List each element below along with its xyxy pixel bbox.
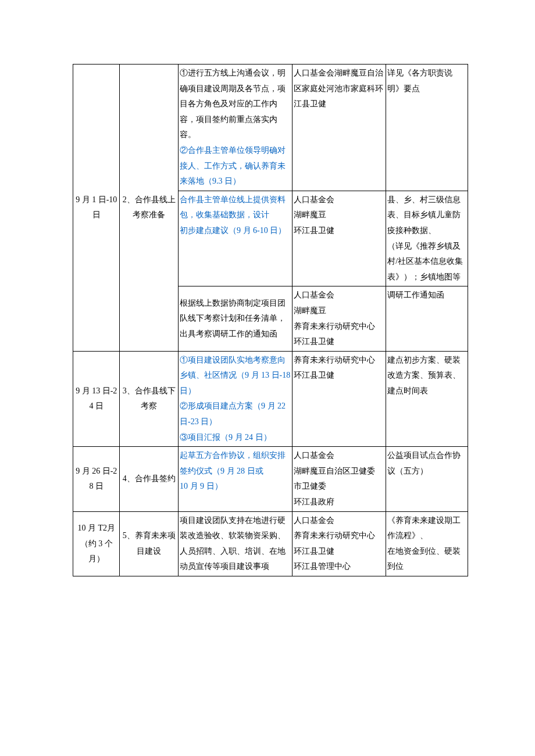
cell-task: 5、养育未来项目建设 <box>120 511 179 576</box>
cell-resp: 人口基金会湖畔魔豆自治区卫健委市卫健委环江县政府 <box>293 447 386 511</box>
cell-content: 起草五方合作协议，组织安排签约仪式（9 月 28 日或10 月 9 日） <box>179 447 293 511</box>
cell-date: 9 月 13 日-24 日 <box>73 351 120 447</box>
cell-date: 10 月 T2月（约 3 个月） <box>73 511 120 576</box>
cell-content: 根据线上数据协商制定项目团队线下考察计划和任务清单，出具考察调研工作的通知函 <box>179 286 293 351</box>
cell-resp: 人口基金会养育未来行动研究中心环江县卫健环江县管理中心 <box>293 511 386 576</box>
cell-content: ①进行五方线上沟通会议，明确项目建设周期及各节点，项目各方角色及对应的工作内容，… <box>179 65 293 191</box>
cell-task: 2、合作县线上考察准备 <box>120 65 179 352</box>
cell-resp: 养育未来行动研究中心环江县卫健 <box>293 351 386 447</box>
cell-note: 详见《各方职责说明》要点 <box>386 65 468 191</box>
cell-note: 县、乡、村三级信息表、目标乡镇儿童防疫接种数据、（详见《推荐乡镇及村/社区基本信… <box>386 191 468 286</box>
cell-date: 9 月 1 日-10 日 <box>73 65 120 352</box>
cell-date: 9 月 26 日-28 日 <box>73 447 120 511</box>
cell-content: 合作县主管单位线上提供资料包，收集基础数据，设计初步建点建议（9 月 6-10 … <box>179 191 293 286</box>
cell-note: 《养育未来建设期工作流程》、在地资金到位、硬装到位 <box>386 511 468 576</box>
table-row: 9 月 13 日-24 日 3、合作县线下考察 ①项目建设团队实地考察意向乡镇、… <box>73 351 468 447</box>
table-row: 10 月 T2月（约 3 个月） 5、养育未来项目建设 项目建设团队支持在地进行… <box>73 511 468 576</box>
cell-task: 4、合作县签约 <box>120 447 179 511</box>
schedule-table: 9 月 1 日-10 日 2、合作县线上考察准备 ①进行五方线上沟通会议，明确项… <box>73 64 468 576</box>
document-page: 9 月 1 日-10 日 2、合作县线上考察准备 ①进行五方线上沟通会议，明确项… <box>0 0 535 576</box>
cell-note: 公益项目试点合作协议（五方） <box>386 447 468 511</box>
cell-resp: 人口基金会湖畔魔豆自治区家庭处河池市家庭科环江县卫健 <box>293 65 386 191</box>
cell-task: 3、合作县线下考察 <box>120 351 179 447</box>
cell-content: ①项目建设团队实地考察意向乡镇、社区情况（9 月 13 日-18 日）②形成项目… <box>179 351 293 447</box>
table-row: 9 月 1 日-10 日 2、合作县线上考察准备 ①进行五方线上沟通会议，明确项… <box>73 65 468 191</box>
cell-resp: 人口基金会湖畔魔豆环江县卫健 <box>293 191 386 286</box>
cell-note: 建点初步方案、硬装改造方案、预算表、建点时间表 <box>386 351 468 447</box>
cell-note: 调研工作通知函 <box>386 286 468 351</box>
table-row: 9 月 26 日-28 日 4、合作县签约 起草五方合作协议，组织安排签约仪式（… <box>73 447 468 511</box>
cell-resp: 人口基金会湖畔魔豆养育未来行动研究中心环江县卫健 <box>293 286 386 351</box>
cell-content: 项目建设团队支持在地进行硬装改造验收、软装物资采购、人员招聘、入职、培训、在地动… <box>179 511 293 576</box>
